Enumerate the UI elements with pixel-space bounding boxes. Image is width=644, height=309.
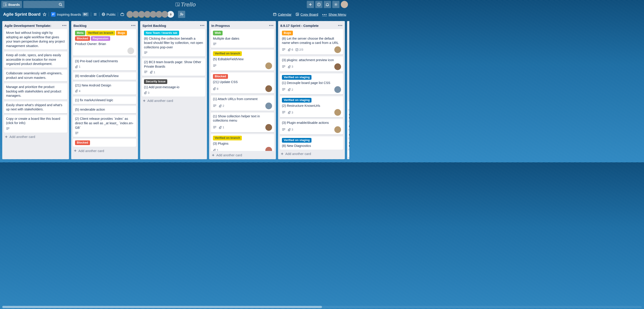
card-title: (1) Attach URLs from comment — [213, 97, 272, 102]
card[interactable]: (3) — [348, 131, 349, 138]
card[interactable]: Verified on staging(2) Restructure Known… — [280, 96, 343, 117]
card[interactable]: Security Issue(1) Add post-message-io3 — [142, 78, 205, 96]
board-title[interactable]: Agile Sprint Board — [3, 12, 40, 17]
card[interactable]: (8) renderable CardDetailView — [73, 72, 136, 80]
card-title: (2) Client release provides `index` as d… — [75, 117, 134, 130]
list-menu-button[interactable]: ••• — [269, 23, 274, 28]
list-title[interactable]: 8.9.17 Sprint - Complete — [280, 24, 338, 28]
member-overflow-count[interactable]: 9 — [167, 11, 174, 18]
card-label: Verified on branch — [213, 51, 242, 56]
card-member-avatar[interactable] — [265, 85, 272, 92]
card[interactable]: MetaVerified on branchBugsBlockedRegress… — [73, 29, 136, 56]
card-member-avatar[interactable] — [265, 124, 272, 131]
list-title[interactable]: Sprint Backlog — [142, 24, 200, 28]
card-title: (8) renderable CardDetailView — [75, 74, 134, 78]
card[interactable]: (5) renderable action — [73, 106, 136, 114]
logo-area: Trello — [66, 1, 306, 8]
add-card-button[interactable]: Add another card — [71, 147, 138, 154]
card-member-avatar[interactable] — [334, 109, 341, 116]
card-member-avatar[interactable] — [265, 102, 272, 109]
copy-board-link[interactable]: Copy Board — [296, 12, 318, 16]
show-menu-link[interactable]: ••• Show Menu — [322, 12, 346, 16]
list-menu-button[interactable]: ••• — [131, 23, 136, 28]
card[interactable]: (2) BC3 team boards page: Show Other Pri… — [142, 58, 205, 76]
briefcase-icon[interactable] — [120, 12, 124, 16]
info-button[interactable] — [315, 1, 322, 8]
card-title: (1) Add post-message-io — [144, 85, 203, 90]
create-button[interactable] — [307, 1, 314, 8]
card-label: Blocked — [75, 140, 90, 145]
card[interactable]: (1) — [348, 122, 349, 129]
list-menu-button[interactable]: ••• — [200, 23, 205, 28]
card[interactable]: (3) plugins: attachment preview icon3 — [280, 56, 343, 72]
card[interactable]: (21) New Android Design4 — [73, 82, 136, 95]
card[interactable]: Copy or create a board like this board (… — [4, 115, 67, 132]
card-member-avatar[interactable] — [334, 63, 341, 70]
svg-point-3 — [59, 3, 61, 5]
card[interactable]: Easily share what's shipped and what's u… — [4, 102, 67, 113]
card[interactable]: New Team / boards tab(8) Clicking the co… — [142, 29, 205, 57]
boards-button[interactable]: Boards — [1, 1, 22, 8]
trello-logo[interactable]: Trello — [175, 1, 196, 8]
card-member-avatar[interactable] — [334, 46, 341, 53]
card[interactable]: (1) fix markAsViewed logic — [73, 96, 136, 104]
list-title[interactable]: Agile Development Template: — [4, 24, 62, 28]
settings-button[interactable] — [332, 1, 340, 8]
add-card-button[interactable]: Add another card — [140, 97, 207, 104]
team-link[interactable]: Inspiring Boards BC — [51, 12, 89, 16]
card[interactable]: (3) up — [348, 111, 349, 121]
card[interactable]: Blocked(21) Update CSS8 — [211, 72, 274, 94]
card[interactable]: Keep all code, specs, and plans easily a… — [4, 52, 67, 68]
board-canvas[interactable]: Agile Development Template:•••Move fast … — [0, 20, 349, 160]
member-avatar[interactable] — [162, 11, 168, 18]
list-title[interactable]: 8.2 — [348, 23, 349, 100]
card-label: Regression — [91, 36, 110, 41]
add-card-button[interactable]: Add another card — [2, 133, 69, 140]
card[interactable]: (2) Client release provides `index` as d… — [73, 115, 136, 137]
search-input[interactable] — [23, 1, 64, 8]
notifications-button[interactable] — [324, 1, 331, 8]
card-member-avatar[interactable] — [265, 62, 272, 69]
card[interactable]: Verified on staging(1) Decouple board pa… — [280, 74, 343, 94]
star-icon[interactable] — [43, 12, 46, 16]
visibility-button[interactable]: Public — [102, 12, 116, 16]
card[interactable]: WebMultiple due dates — [211, 29, 274, 48]
card-member-avatar[interactable] — [334, 126, 341, 133]
plus-icon — [212, 154, 215, 157]
team-visible-icon[interactable] — [94, 12, 97, 16]
user-avatar[interactable] — [341, 1, 348, 8]
list-menu-button[interactable]: ••• — [338, 23, 342, 28]
card[interactable]: Collaborate seamlessly with engineers, p… — [4, 70, 67, 82]
list-title[interactable]: In Progress — [212, 24, 269, 28]
card[interactable] — [348, 151, 349, 158]
card[interactable]: Move fast without losing sight by adopti… — [4, 29, 67, 50]
list-menu-button[interactable]: ••• — [62, 23, 67, 28]
add-card-button[interactable]: Add another card — [209, 151, 276, 159]
card[interactable]: Verified on branch(3) Plugins1 — [211, 134, 274, 151]
card[interactable]: Manage and prioritize the product backlo… — [4, 83, 67, 100]
card-title: (1) Decouple board page list CSS — [282, 81, 341, 85]
list-title[interactable]: Backlog — [74, 24, 131, 28]
card[interactable]: (1) Attach URLs from comment2 — [211, 96, 274, 111]
calendar-link[interactable]: Calendar — [273, 12, 292, 16]
svg-point-25 — [180, 13, 182, 14]
card[interactable]: Verified on staging(8) New Diagnostics — [280, 136, 343, 150]
card[interactable]: 👍 — [348, 102, 349, 110]
invite-button[interactable] — [178, 11, 185, 18]
card-member-avatar[interactable] — [334, 86, 341, 93]
add-card-button[interactable]: Add another card — [278, 150, 345, 158]
card[interactable]: Blocked — [73, 139, 136, 147]
card[interactable]: (3) Plugin enable/disable actions3 — [280, 119, 343, 134]
card-title: (3) Plugin enable/disable actions — [282, 121, 341, 125]
card[interactable]: (1) Show collection helper text in colle… — [211, 113, 274, 132]
card-member-avatar[interactable] — [128, 48, 134, 54]
card[interactable]: (3) Pre-load card attachments1 — [73, 58, 136, 71]
description-icon — [282, 88, 286, 91]
card[interactable]: (1) bo — [348, 140, 349, 149]
card[interactable]: Bugs(8) Let the server choose the defaul… — [280, 29, 343, 55]
card[interactable]: Verified on branch(5) EditableFieldView — [211, 50, 274, 71]
card-member-avatar[interactable] — [265, 147, 272, 151]
board-members[interactable]: ⌄⌄ ⌄⌄ ⌄⌄ ⌄⌄ 9 — [128, 11, 174, 18]
attachment-badge: 6 — [288, 48, 293, 52]
attachment-badge: 1 — [213, 148, 218, 151]
